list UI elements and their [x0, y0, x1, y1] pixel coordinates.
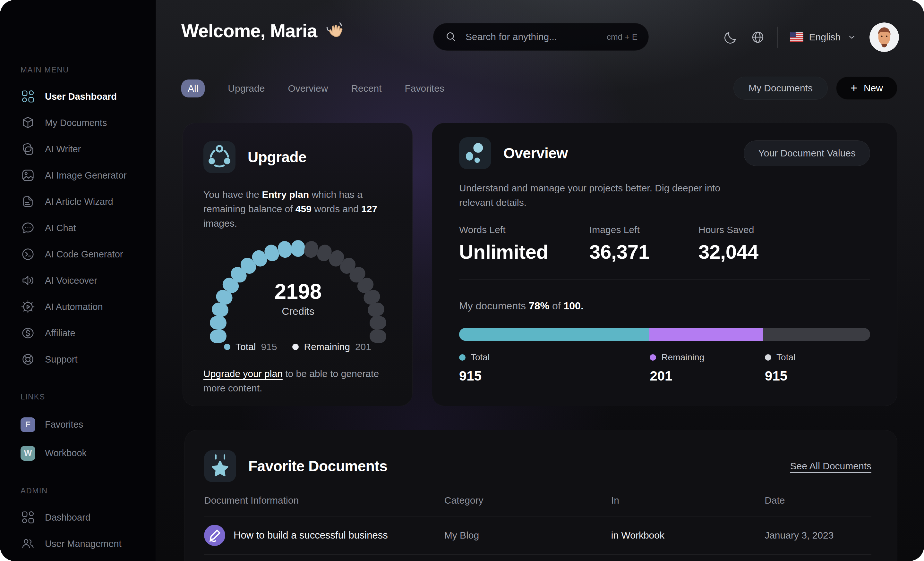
page-title: Welcome, Maria — [181, 20, 345, 41]
dashboard-grid-icon — [21, 89, 35, 104]
us-flag-icon — [790, 32, 803, 42]
sidebar-links-items: F Favorites W Workbook — [21, 410, 156, 467]
sidebar-item-ai-automation[interactable]: AI Automation — [21, 294, 156, 320]
favorites-badge: F — [21, 417, 35, 432]
global-search[interactable]: cmd + E — [433, 23, 649, 51]
credits-gauge: 2198 Credits — [203, 240, 393, 349]
sidebar-item-user-management[interactable]: User Management — [21, 531, 156, 557]
documents-legend: Total 915 Remaining 201 Total 915 — [459, 352, 870, 397]
tab-upgrade[interactable]: Upgrade — [228, 83, 265, 94]
sidebar-item-admin-dashboard[interactable]: Dashboard — [21, 504, 156, 531]
sidebar-item-ai-chat[interactable]: AI Chat — [21, 215, 156, 241]
cube-icon — [21, 115, 35, 130]
document-category: My Blog — [444, 530, 611, 541]
sidebar-item-label: My Documents — [45, 118, 107, 128]
language-selector[interactable]: English — [790, 32, 857, 43]
sidebar-item-label: User Management — [45, 539, 122, 549]
app-window: MAIN MENU User Dashboard My Documents AI… — [0, 0, 924, 561]
credits-label: Credits — [203, 305, 393, 317]
sidebar-section-admin: ADMIN — [21, 486, 156, 495]
sidebar-item-ai-image-generator[interactable]: AI Image Generator — [21, 162, 156, 188]
search-input[interactable] — [465, 31, 600, 43]
favorites-card-title: Favorite Documents — [248, 458, 387, 475]
tab-recent[interactable]: Recent — [351, 83, 381, 94]
document-values-button[interactable]: Your Document Values — [744, 141, 870, 166]
column-document-information: Document Information — [204, 495, 444, 506]
legend-value: 915 — [261, 341, 277, 352]
sidebar-item-support[interactable]: Support — [21, 346, 156, 373]
tab-all[interactable]: All — [181, 79, 205, 97]
header-divider — [777, 27, 778, 48]
stat-hours-saved: Hours Saved 32,044 — [672, 224, 759, 263]
progress-percent: 78% — [529, 300, 549, 311]
sidebar-item-workbook[interactable]: W Workbook — [21, 439, 156, 467]
legend-label: Remaining — [304, 341, 350, 352]
gauge-dot — [276, 240, 292, 259]
sidebar-item-ai-code-generator[interactable]: AI Code Generator — [21, 241, 156, 267]
sidebar: MAIN MENU User Dashboard My Documents AI… — [0, 0, 156, 561]
header-actions: English — [723, 22, 899, 52]
progress-segment — [459, 328, 650, 341]
legend-col-remaining: Remaining 201 — [650, 352, 704, 384]
images-balance: 127 — [361, 203, 377, 214]
sidebar-item-user-dashboard[interactable]: User Dashboard — [21, 83, 156, 110]
sidebar-item-label: AI Writer — [45, 144, 81, 154]
overview-card-header: Overview Your Document Values — [459, 137, 870, 169]
legend-label: Remaining — [661, 352, 704, 362]
legend-dot — [650, 354, 656, 361]
overview-card: Overview Your Document Values Understand… — [432, 123, 897, 406]
credits-legend: Total 915 Remaining 201 — [203, 341, 392, 352]
avatar[interactable] — [870, 22, 899, 52]
column-category: Category — [444, 495, 611, 506]
sidebar-item-favorites[interactable]: F Favorites — [21, 410, 156, 439]
stat-label: Hours Saved — [699, 224, 759, 235]
sidebar-item-ai-writer[interactable]: AI Writer — [21, 136, 156, 162]
favorite-documents-table: Document Information Category In Date Ho… — [204, 495, 872, 555]
sidebar-item-partial[interactable] — [21, 557, 156, 561]
tab-favorites[interactable]: Favorites — [405, 83, 444, 94]
toolbar-actions: My Documents + New — [734, 76, 897, 100]
progress-text: My documents — [459, 300, 529, 311]
stat-label: Words Left — [459, 224, 563, 235]
chat-icon — [21, 221, 35, 235]
sidebar-item-label: Affiliate — [45, 328, 75, 338]
dark-mode-icon[interactable] — [723, 30, 738, 45]
words-balance: 459 — [296, 203, 312, 214]
waving-hand-icon — [325, 21, 345, 41]
credits-value: 2198 — [203, 279, 393, 304]
legend-dot — [224, 344, 230, 350]
sidebar-section-links: LINKS — [21, 392, 156, 401]
globe-icon[interactable] — [750, 30, 765, 45]
legend-dot — [292, 344, 299, 350]
my-documents-button[interactable]: My Documents — [734, 76, 828, 100]
plan-name: Entry plan — [262, 189, 309, 200]
progress-segment — [650, 328, 763, 341]
sidebar-item-label: AI Code Generator — [45, 249, 123, 260]
documents-progress-text: My documents 78% of 100. — [459, 300, 870, 312]
see-all-documents-link[interactable]: See All Documents — [790, 461, 872, 471]
sidebar-item-label: AI Chat — [45, 223, 76, 233]
shooting-star-icon — [204, 450, 236, 482]
upgrade-plan-link[interactable]: Upgrade your plan — [203, 368, 283, 379]
users-icon — [21, 536, 35, 551]
upgrade-share-icon — [203, 141, 236, 173]
sidebar-item-ai-voiceover[interactable]: AI Voiceover — [21, 267, 156, 294]
sidebar-item-ai-article-wizard[interactable]: AI Article Wizard — [21, 188, 156, 215]
voiceover-icon — [21, 273, 35, 288]
sidebar-item-label: AI Voiceover — [45, 275, 97, 286]
overview-description: Understand and manage your projects bett… — [459, 181, 754, 209]
legend-value: 201 — [650, 368, 704, 384]
upgrade-footer: Upgrade your plan to be able to generate… — [203, 367, 392, 395]
sidebar-divider — [21, 474, 135, 474]
search-shortcut: cmd + E — [607, 32, 638, 42]
sidebar-item-affiliate[interactable]: Affiliate — [21, 320, 156, 346]
legend-label: Total — [236, 341, 256, 352]
sidebar-admin-items: Dashboard User Management — [21, 504, 156, 561]
sidebar-item-my-documents[interactable]: My Documents — [21, 110, 156, 136]
table-row[interactable]: How to build a successful business My Bl… — [204, 516, 872, 555]
language-label: English — [809, 32, 841, 43]
tab-overview[interactable]: Overview — [288, 83, 328, 94]
document-title: How to build a successful business — [234, 530, 388, 541]
new-button[interactable]: + New — [836, 76, 897, 100]
progress-total: 100. — [563, 300, 583, 311]
